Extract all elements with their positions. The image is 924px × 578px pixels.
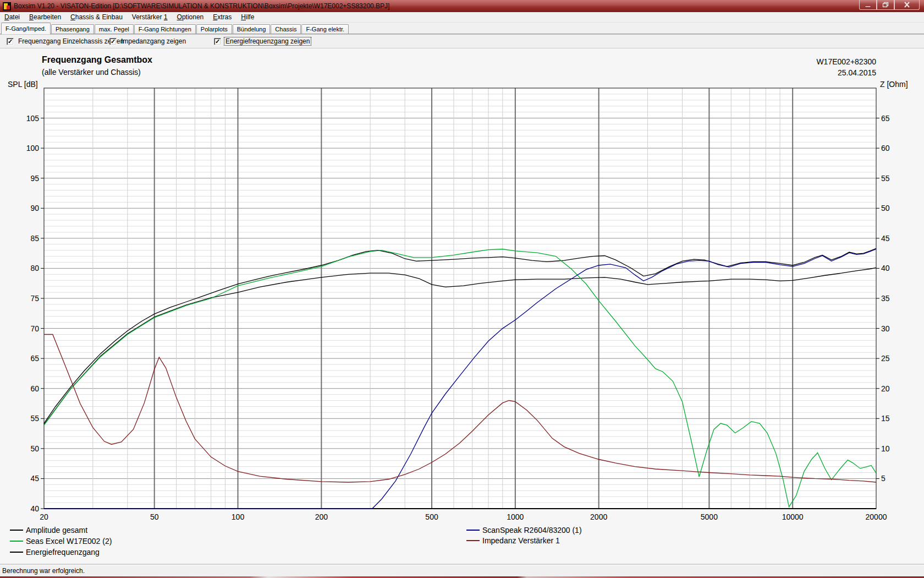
window-title: Boxsim V1.20 - VISATON-Edition [D:\SOFTW… [14,2,389,10]
y-right-tick-label: 60 [881,144,890,152]
legend-swatch-line [466,530,480,531]
chart-title: Frequenzgang Gesamtbox [42,55,152,65]
menu-item-hilfe[interactable]: Hilfe [238,13,257,21]
chart-date: 25.04.2015 [838,68,876,77]
legend-swatch-line [10,552,23,553]
y-right-tick-label: 45 [881,234,890,243]
legend-swatch-line [466,540,480,541]
tab-max-pegel[interactable]: max. Pegel [95,24,134,34]
checkbox-group-0: ✓Frequenzgang Einzelchassis zeigen [7,37,125,45]
y-right-tick-label: 10 [881,444,890,453]
y-right-tick-label: 20 [881,384,890,393]
chart-project-label: W17E002+82300 [816,57,876,66]
restore-button[interactable] [877,0,894,10]
checkbox-frequenzgang-einzelchassis-zeigen[interactable]: ✓ [7,38,14,45]
app-icon [3,2,11,10]
y-left-tick-label: 100 [26,144,40,152]
menu-item-optionen[interactable]: Optionen [174,13,207,21]
y-left-tick-label: 65 [30,354,39,363]
legend-label: ScanSpeak R2604/83200 (1) [482,526,582,535]
tab-chassis[interactable]: Chassis [271,24,301,34]
x-tick-label: 20 [40,512,48,521]
x-tick-label: 100 [232,512,245,521]
close-icon [904,2,910,8]
y-axis-right-label: Z [Ohm] [880,80,908,89]
y-right-tick-label: 50 [881,204,890,212]
y-left-tick-label: 90 [30,204,39,212]
checkbox-label[interactable]: Impedanzgang zeigen [120,37,187,45]
menu-item-verst-rker-1[interactable]: Verstärker 1 [129,13,170,21]
x-tick-label: 500 [425,512,438,521]
legend-item-impedanz-verst-rker-1: Impedanz Verstärker 1 [466,536,560,546]
close-button[interactable] [894,0,920,10]
y-left-tick-label: 60 [30,384,39,393]
y-right-tick-label: 15 [881,414,890,423]
frequency-response-plot: 1051009590858075706560555045406560555045… [0,48,924,533]
minimize-icon [865,2,871,8]
y-left-tick-label: 80 [30,264,39,272]
x-tick-label: 20000 [866,512,887,521]
menu-item-bearbeiten[interactable]: Bearbeiten [26,13,64,21]
tab-polarplots[interactable]: Polarplots [196,24,232,34]
x-tick-label: 1000 [507,512,524,521]
legend-label: Seas Excel W17E002 (2) [26,537,112,546]
tab-f-gang-richtungen[interactable]: F-Gang Richtungen [134,24,196,34]
options-toolbar: ✓Frequenzgang Einzelchassis zeigen✓Imped… [0,34,924,48]
legend-item-amplitude-gesamt: Amplitude gesamt [10,525,87,535]
checkbox-group-1: ✓Impedanzgang zeigen [109,37,187,45]
tab-bar: F-Gang/Imped.Phasengangmax. PegelF-Gang … [0,23,924,34]
y-left-tick-label: 45 [30,474,39,483]
chart-area: 1051009590858075706560555045406560555045… [0,48,924,565]
checkbox-energiefrequenzgang-zeigen[interactable]: ✓ [214,38,221,45]
boxsim-window: Boxsim V1.20 - VISATON-Edition [D:\SOFTW… [0,0,924,578]
legend-swatch-line [10,541,23,542]
status-message: Berechnung war erfolgreich. [2,567,85,575]
menu-bar: DateiBearbeitenChassis & EinbauVerstärke… [0,12,924,23]
legend-label: Amplitude gesamt [26,526,87,535]
x-tick-label: 5000 [701,512,718,521]
y-left-tick-label: 40 [30,504,39,513]
y-left-tick-label: 50 [30,444,39,453]
y-right-tick-label: 25 [881,354,890,363]
status-bar: Berechnung war erfolgreich. [0,565,924,576]
restore-icon [882,2,889,8]
x-tick-label: 200 [315,512,328,521]
legend-label: Impedanz Verstärker 1 [482,536,560,545]
y-right-tick-label: 65 [881,114,890,123]
minimize-button[interactable] [859,0,877,10]
y-right-tick-label: 5 [881,474,886,483]
x-tick-label: 50 [150,512,159,521]
tab-phasengang[interactable]: Phasengang [51,24,94,34]
y-right-tick-label: 35 [881,294,890,303]
checkbox-impedanzgang-zeigen[interactable]: ✓ [109,38,117,45]
y-left-tick-label: 55 [30,414,39,423]
menu-item-chassis-einbau[interactable]: Chassis & Einbau [68,13,125,21]
chart-subtitle: (alle Verstärker und Chassis) [42,68,141,77]
legend-swatch-line [10,530,23,531]
checkbox-label[interactable]: Frequenzgang Einzelchassis zeigen [17,37,125,45]
x-tick-label: 2000 [590,512,607,521]
y-left-tick-label: 75 [30,294,39,303]
y-right-tick-label: 55 [881,174,890,183]
tab-b-ndelung[interactable]: Bündelung [233,24,271,34]
title-bar[interactable]: Boxsim V1.20 - VISATON-Edition [D:\SOFTW… [0,0,924,12]
y-left-tick-label: 95 [30,174,39,183]
y-right-tick-label: 40 [881,264,890,272]
legend-item-energiefrequenzgang: Energiefrequenzgang [10,547,100,557]
y-axis-left-label: SPL [dB] [8,80,38,89]
y-left-tick-label: 70 [30,324,39,333]
tab-f-gang-imped-[interactable]: F-Gang/Imped. [1,23,51,34]
checkbox-label[interactable]: Energiefrequenzgang zeigen [224,37,311,45]
legend-label: Energiefrequenzgang [26,548,100,557]
menu-item-extras[interactable]: Extras [210,13,234,21]
tab-f-gang-elektr-[interactable]: F-Gang elektr. [301,24,349,34]
legend-item-scanspeak-r2604-83200-1-: ScanSpeak R2604/83200 (1) [466,525,582,535]
legend-item-seas-excel-w17e002-2-: Seas Excel W17E002 (2) [10,536,112,546]
menu-item-datei[interactable]: Datei [2,13,23,21]
checkbox-group-2: ✓Energiefrequenzgang zeigen [214,37,311,45]
y-right-tick-label: 30 [881,324,890,333]
y-left-tick-label: 85 [30,234,39,243]
y-left-tick-label: 105 [26,114,40,123]
x-tick-label: 10000 [782,512,804,521]
